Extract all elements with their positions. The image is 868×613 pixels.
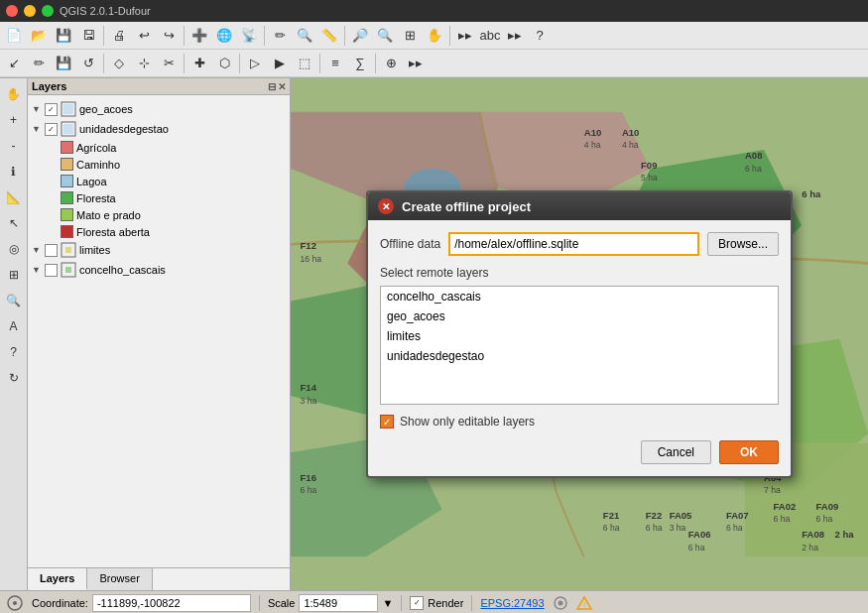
refresh-btn[interactable]: ↻ (2, 366, 26, 390)
select-lt-btn[interactable]: ↖ (2, 211, 26, 235)
epsg-label[interactable]: EPSG:27493 (480, 597, 544, 609)
help-btn[interactable]: ? (528, 24, 552, 48)
help-lt-btn[interactable]: ? (2, 340, 26, 364)
zoom-in-btn[interactable]: 🔎 (348, 24, 372, 48)
tab-browser[interactable]: Browser (87, 568, 152, 590)
legend-mato-prado[interactable]: Mato e prado (44, 206, 290, 223)
legend-label: Agrícola (76, 142, 116, 154)
select-btn[interactable]: ▷ (243, 52, 267, 75)
pan-map-btn[interactable]: ✋ (2, 82, 26, 106)
minimize-btn[interactable] (24, 5, 36, 17)
layers-header: Layers ⊟ ✕ (28, 78, 290, 95)
more2-btn[interactable]: ▸▸ (503, 24, 527, 48)
layer-checkbox[interactable] (45, 103, 58, 116)
settings-icon[interactable] (553, 595, 568, 611)
delete-feature-btn[interactable]: ✂ (157, 52, 181, 75)
edit-btn[interactable]: ✏ (27, 52, 51, 75)
layer-checkbox[interactable] (45, 123, 58, 136)
layer-checkbox[interactable] (45, 264, 58, 277)
more3-btn[interactable]: ▸▸ (404, 52, 428, 75)
print-btn[interactable]: 🖨 (107, 24, 131, 48)
maximize-btn[interactable] (42, 5, 54, 17)
list-item[interactable]: geo_acoes (381, 306, 778, 326)
capture-btn[interactable]: ⬡ (212, 52, 236, 75)
field-calc-btn[interactable]: ∑ (348, 52, 372, 75)
zoom-extent-btn[interactable]: ⊞ (398, 24, 422, 48)
label-lt-btn[interactable]: A (2, 314, 26, 338)
browse-button[interactable]: Browse... (707, 232, 779, 256)
zoom-out-btn[interactable]: 🔍 (373, 24, 397, 48)
move-feature-btn[interactable]: ⊹ (132, 52, 156, 75)
legend-caminho[interactable]: Caminho (44, 156, 290, 173)
sep5 (449, 26, 450, 46)
more-btn[interactable]: ▸▸ (453, 24, 477, 48)
undo-btn[interactable]: ↩ (132, 24, 156, 48)
layer-type-icon (61, 101, 76, 117)
layer-checkbox[interactable] (45, 244, 58, 257)
legend-floresta-aberta[interactable]: Floresta aberta (44, 223, 290, 240)
add-layer-btn[interactable]: ➕ (187, 24, 211, 48)
coordinate-input[interactable] (92, 594, 251, 612)
digitize-btn[interactable]: ↙ (2, 52, 26, 75)
save-as-btn[interactable]: 🖫 (76, 24, 100, 48)
layer-limites[interactable]: ▼ limites (28, 240, 290, 260)
close-btn[interactable] (6, 5, 18, 17)
new-project-btn[interactable]: 📄 (2, 24, 26, 48)
add-wms-btn[interactable]: 🌐 (212, 24, 236, 48)
dialog-close-button[interactable]: ✕ (378, 198, 394, 214)
redo-btn[interactable]: ↪ (157, 24, 181, 48)
layers-listbox[interactable]: concelho_cascais geo_acoes limites unida… (380, 286, 779, 405)
node-tool-btn[interactable]: ◇ (107, 52, 131, 75)
measure-lt-btn[interactable]: 📐 (2, 185, 26, 209)
legend-lagoa[interactable]: Lagoa (44, 173, 290, 189)
save-edit-btn[interactable]: 💾 (52, 52, 75, 75)
map-area[interactable]: A10 4 ha A10 4 ha F09 5 ha A08 6 ha 6 ha… (291, 78, 868, 590)
ok-button[interactable]: OK (719, 440, 779, 464)
layers-close-btn[interactable]: ✕ (278, 81, 286, 92)
deselect-btn[interactable]: ▶ (268, 52, 292, 75)
attr-table-btn[interactable]: ≡ (323, 52, 347, 75)
plugin-lt-btn[interactable]: ◎ (2, 237, 26, 261)
label-btn[interactable]: abc (478, 24, 502, 48)
legend-floresta[interactable]: Floresta (44, 189, 290, 206)
sep8 (239, 54, 240, 73)
snap-btn[interactable]: ⊕ (379, 52, 403, 75)
list-item[interactable]: unidadesdegestao (381, 346, 778, 366)
pencil-btn[interactable]: ✏ (268, 24, 292, 48)
scale-input[interactable] (299, 594, 378, 612)
measure-btn[interactable]: 📏 (317, 24, 341, 48)
legend-agricola[interactable]: Agrícola (44, 139, 290, 156)
expand-arrow: ▼ (32, 124, 42, 134)
identify-lt-btn[interactable]: ℹ (2, 160, 26, 184)
open-project-btn[interactable]: 📂 (27, 24, 51, 48)
select-layers-label: Select remote layers (380, 266, 779, 280)
legend-color (61, 191, 73, 204)
layer-concelho-cascais[interactable]: ▼ concelho_cascais (28, 260, 290, 280)
rollback-btn[interactable]: ↺ (76, 52, 100, 75)
pan-btn[interactable]: ✋ (423, 24, 446, 48)
add-wfs-btn[interactable]: 📡 (237, 24, 261, 48)
offline-data-input[interactable] (448, 232, 699, 256)
tab-layers[interactable]: Layers (28, 568, 87, 590)
layer-geo-acoes[interactable]: ▼ geo_acoes (28, 99, 290, 119)
render-checkbox[interactable] (410, 596, 424, 610)
list-item[interactable]: concelho_cascais (381, 287, 778, 306)
add-feature-btn[interactable]: ✚ (187, 52, 211, 75)
show-editable-checkbox[interactable]: ✓ (380, 415, 394, 429)
zoom-layer-btn[interactable]: ⊞ (2, 263, 26, 287)
select-rect-btn[interactable]: ⬚ (293, 52, 316, 75)
zoom-out-lt-btn[interactable]: - (2, 134, 26, 158)
identify-btn[interactable]: 🔍 (293, 24, 316, 48)
search-lt-btn[interactable]: 🔍 (2, 289, 26, 312)
save-project-btn[interactable]: 💾 (52, 24, 75, 48)
sep7 (184, 54, 185, 73)
app-title: QGIS 2.0.1-Dufour (60, 5, 151, 17)
scale-dropdown-arrow[interactable]: ▼ (382, 597, 393, 609)
cancel-button[interactable]: Cancel (641, 440, 711, 464)
create-offline-dialog: ✕ Create offline project Offline data Br… (366, 190, 793, 478)
layers-expand-btn[interactable]: ⊟ (268, 81, 276, 92)
zoom-in-lt-btn[interactable]: + (2, 108, 26, 132)
status-bar: Coordinate: Scale ▼ Render EPSG:27493 ! (0, 590, 868, 613)
layer-unidadesdegestao[interactable]: ▼ unidadesdegestao (28, 119, 290, 139)
list-item[interactable]: limites (381, 326, 778, 346)
